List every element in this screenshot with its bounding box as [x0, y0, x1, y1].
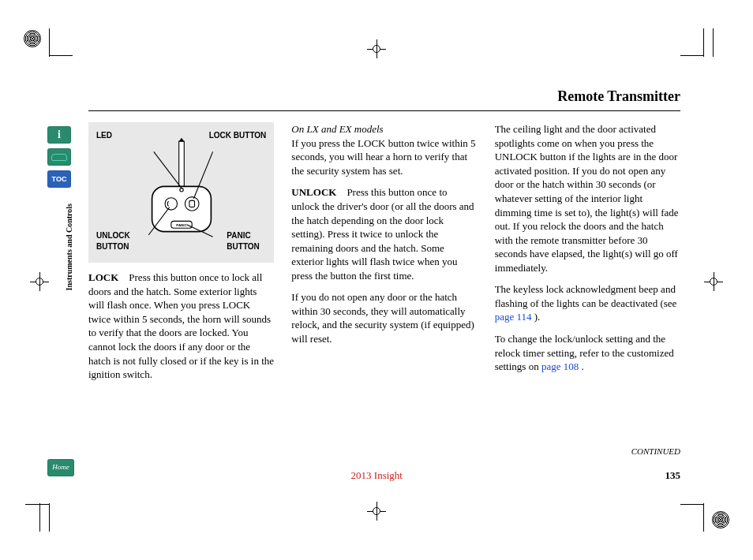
page-body: Remote Transmitter LED LOCK BUTTON UNLOC… — [88, 87, 680, 489]
lock-paragraph: LOCK Press this button once to lock all … — [88, 271, 274, 381]
crosshair-right — [704, 272, 723, 291]
col3-p3: To change the lock/unlock setting and th… — [495, 332, 680, 374]
crop-mark — [25, 504, 49, 505]
registration-mark-tl — [24, 30, 63, 69]
svg-line-7 — [153, 152, 181, 189]
unlock-label: UNLOCK — [291, 186, 336, 198]
crop-mark — [39, 503, 40, 532]
col2-p3: If you do not open any door or the hatch… — [291, 290, 477, 345]
svg-marker-1 — [178, 138, 184, 141]
svg-point-3 — [165, 198, 177, 210]
column-3: The ceiling light and the door activated… — [495, 122, 680, 389]
pdf-sidebar — [47, 126, 74, 192]
page-title: Remote Transmitter — [88, 87, 680, 111]
page-link-114[interactable]: page 114 — [495, 311, 532, 323]
diagram-label-panic: PANIC BUTTON — [227, 230, 266, 252]
info-button[interactable] — [47, 126, 71, 144]
vehicle-button[interactable] — [47, 148, 71, 166]
crop-mark — [49, 28, 50, 57]
page-footer: 2013 Insight 135 — [88, 469, 680, 483]
diagram-label-led: LED — [96, 130, 112, 141]
section-tab: Instruments and Controls — [65, 203, 73, 290]
model-year: 2013 Insight — [351, 469, 403, 483]
crop-mark — [49, 55, 73, 56]
unlock-text: Press this button once to unlock the dri… — [291, 186, 474, 281]
crop-mark — [703, 503, 704, 532]
unlock-paragraph: UNLOCK Press this button once to unlock … — [291, 185, 477, 282]
diagram-label-unlock: UNLOCK BUTTON — [96, 230, 136, 252]
col3-p2: The keyless lock acknowledgment beep and… — [495, 282, 680, 324]
column-1: LED LOCK BUTTON UNLOCK BUTTON PANIC BUTT… — [88, 122, 274, 389]
svg-text:PANIC: PANIC — [176, 223, 187, 227]
lock-text: Press this button once to lock all doors… — [88, 271, 274, 380]
crop-mark — [713, 28, 714, 57]
crosshair-bottom — [367, 502, 386, 521]
registration-mark-br — [712, 511, 729, 528]
crop-mark — [703, 28, 704, 57]
continued-label: CONTINUED — [631, 446, 680, 457]
key-diagram: LED LOCK BUTTON UNLOCK BUTTON PANIC BUTT… — [88, 122, 274, 263]
col2-p1: If you press the LOCK button twice withi… — [291, 136, 477, 178]
lock-label: LOCK — [88, 271, 118, 283]
page-link-108[interactable]: page 108 — [541, 360, 579, 372]
key-illustration: PANIC — [138, 129, 225, 255]
home-button[interactable] — [47, 459, 74, 476]
svg-point-6 — [179, 189, 182, 192]
column-2: On LX and EX models If you press the LOC… — [291, 122, 477, 389]
crosshair-top — [367, 39, 386, 58]
crop-mark — [680, 55, 704, 56]
crop-mark — [49, 503, 50, 532]
page-number: 135 — [665, 469, 681, 483]
models-note: On LX and EX models — [291, 122, 477, 136]
crosshair-left — [30, 272, 49, 291]
col3-p1: The ceiling light and the door activated… — [495, 122, 680, 274]
svg-point-2 — [185, 197, 199, 211]
toc-button[interactable] — [47, 170, 71, 188]
crop-mark — [680, 504, 704, 505]
svg-rect-0 — [178, 141, 184, 186]
